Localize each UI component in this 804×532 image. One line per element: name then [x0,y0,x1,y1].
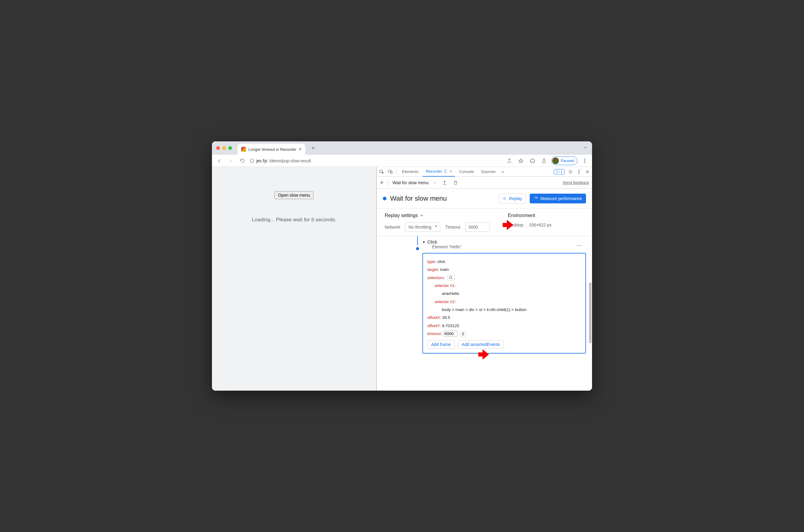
close-tab-icon[interactable]: × [299,147,302,152]
bookmark-icon[interactable] [517,156,525,165]
browser-window: Longer timeout in Recorder × + jec.fyi/d… [212,141,592,391]
back-button[interactable] [215,156,224,165]
open-slow-menu-button[interactable]: Open slow menu [275,191,313,199]
inspect-icon[interactable] [378,168,385,176]
devtools-tabstrip: Elements Recorder × Console Sources » 1 [377,167,592,177]
recording-dot-icon [383,197,387,200]
content-split: Open slow menu Loading... Please wait fo… [212,167,592,391]
export-icon[interactable] [441,178,448,187]
steps-panel: ⋮ ▼ Click Element "Hello" type: click ta… [377,236,592,391]
svg-point-2 [584,160,585,161]
step-header[interactable]: ▼ Click Element "Hello" [423,239,586,249]
step-click: ▼ Click Element "Hello" type: click targ… [423,239,586,354]
caret-down-icon [419,214,424,218]
traffic-lights [216,146,232,150]
step-editor: type: click target: main selectors: sele… [423,253,586,354]
close-tab-icon[interactable]: × [450,169,452,174]
caret-down-icon: ▼ [423,241,425,244]
recorder-toolbar: + Wait for slow menu Send feedback [377,177,592,189]
gear-icon[interactable] [567,168,574,176]
close-window[interactable] [216,146,220,150]
svg-point-1 [584,159,585,159]
selector-1-value[interactable]: aria/Hello [442,291,459,296]
env-size: 535×622 px [529,223,551,227]
chevron-down-icon [433,180,437,185]
svg-point-7 [570,171,572,172]
minimize-window[interactable] [222,146,226,150]
page-viewport: Open slow menu Loading... Please wait fo… [212,167,376,391]
loading-text: Loading... Please wait for 6 seconds. [252,217,336,223]
annotation-arrow-icon [477,348,490,364]
recording-title: Wait for slow menu [390,194,447,203]
replay-settings-toggle[interactable]: Replay settings [385,213,490,218]
tab-sources[interactable]: Sources [478,167,499,177]
replay-settings-row: Replay settings Network No throttling Ti… [377,209,592,236]
profile-status: Paused [561,158,574,163]
timeline-line [417,236,418,245]
tab-console[interactable]: Console [456,167,477,177]
reload-button[interactable] [238,156,247,165]
svg-point-8 [579,170,579,170]
timeout-label: Timeout [445,225,461,229]
selector-picker-icon[interactable] [447,275,455,281]
address-bar[interactable]: jec.fyi/demo/pup-slow-result [250,158,502,163]
flask-icon[interactable] [540,156,548,165]
extensions-icon[interactable] [528,156,537,165]
network-throttle-select[interactable]: No throttling [405,223,440,232]
step-subtitle: Element "Hello" [432,244,462,249]
flow-selector[interactable]: Wait for slow menu [393,180,437,185]
send-feedback-link[interactable]: Send feedback [563,180,589,185]
add-asserted-events-button[interactable]: Add assertedEvents [458,340,504,349]
chevron-down-icon[interactable] [582,145,588,151]
devtools-panel: Elements Recorder × Console Sources » 1 [376,167,592,391]
favicon-icon [241,147,246,152]
info-icon [250,158,255,163]
selector-2-value[interactable]: body > main > div > ul > li:nth-child(1)… [442,307,526,312]
kebab-icon[interactable] [576,168,582,176]
tab-title: Longer timeout in Recorder [248,147,297,152]
menu-icon[interactable] [580,156,589,165]
recorder-header: Wait for slow menu Replay Measure perfor… [377,189,592,209]
flask-icon [443,169,447,173]
delete-timeout-icon[interactable] [460,331,466,337]
avatar [552,157,559,164]
timeline-dot [416,247,419,250]
step-title: Click [427,239,462,244]
network-label: Network [385,225,400,229]
step-timeout-input[interactable] [443,331,457,337]
svg-point-9 [579,171,579,172]
url-path: /demo/pup-slow-result [269,158,311,163]
svg-point-11 [536,198,536,198]
url-domain: jec.fyi [256,158,267,163]
measure-performance-button[interactable]: Measure performance [530,194,586,203]
svg-point-10 [579,173,579,174]
delete-icon[interactable] [452,178,459,187]
svg-point-3 [584,162,585,163]
tab-elements[interactable]: Elements [399,167,422,177]
browser-tab[interactable]: Longer timeout in Recorder × [238,144,305,155]
issues-badge[interactable]: 1 [554,169,565,174]
device-toggle-icon[interactable] [387,168,394,176]
more-tabs-icon[interactable]: » [500,169,506,174]
timeout-input[interactable]: 5000 [465,223,490,232]
tab-recorder[interactable]: Recorder × [423,167,455,177]
maximize-window[interactable] [228,146,232,150]
forward-button[interactable] [227,156,235,165]
share-icon[interactable] [505,156,513,165]
annotation-arrow-icon [501,218,514,234]
add-step-icon[interactable]: + [380,179,384,187]
titlebar: Longer timeout in Recorder × + [212,141,592,155]
address-bar-row: jec.fyi/demo/pup-slow-result Paused [212,155,592,167]
add-frame-button[interactable]: Add frame [427,340,455,349]
close-devtools-icon[interactable] [584,168,591,176]
scrollbar[interactable] [589,282,592,343]
step-more-icon[interactable]: ⋮ [576,243,583,248]
replay-button[interactable]: Replay [499,194,526,203]
profile-chip[interactable]: Paused [551,156,577,165]
new-tab-button[interactable]: + [309,144,317,152]
environment-title: Environment [508,213,551,218]
